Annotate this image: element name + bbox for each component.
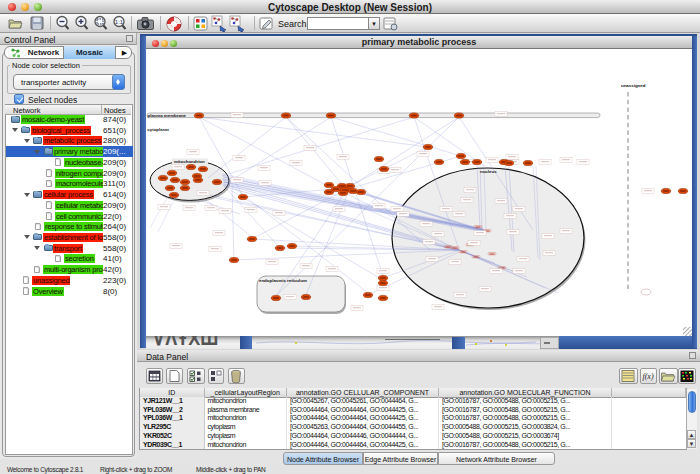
- svg-text:unassigned: unassigned: [621, 83, 646, 88]
- svg-text:nucleus: nucleus: [480, 169, 497, 174]
- svg-text:mitochondrion: mitochondrion: [174, 159, 205, 164]
- svg-text:f(x): f(x): [642, 372, 653, 381]
- svg-text:endoplasmic reticulum: endoplasmic reticulum: [259, 278, 307, 283]
- svg-text:1:1: 1:1: [115, 19, 124, 25]
- svg-text:cytoplasm: cytoplasm: [147, 127, 169, 132]
- svg-text:plasma membrane: plasma membrane: [148, 113, 187, 118]
